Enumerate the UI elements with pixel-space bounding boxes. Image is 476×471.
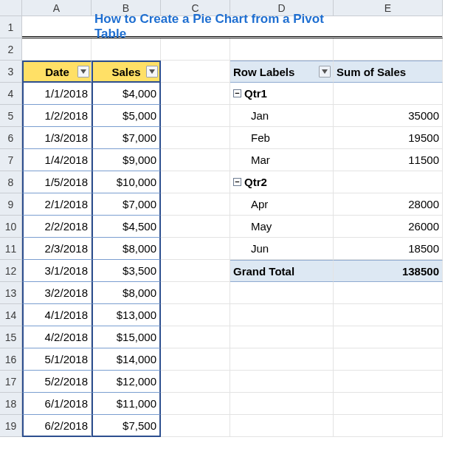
pivot-item-apr-value[interactable]: 28000 [334,193,443,216]
select-all-corner[interactable] [0,0,22,16]
pivot-item-jan-value[interactable]: 35000 [334,105,443,127]
cell-c11[interactable] [161,238,230,260]
cell-c5[interactable] [161,105,230,127]
row-header-3[interactable]: 3 [0,61,22,83]
cell-d17[interactable] [230,371,334,393]
cell-e19[interactable] [334,415,443,437]
row-header-13[interactable]: 13 [0,282,22,304]
row-header-18[interactable]: 18 [0,393,22,415]
pivot-item-feb-value[interactable]: 19500 [334,127,443,149]
pivot-item-may-value[interactable]: 26000 [334,216,443,238]
data-sales-14[interactable]: $11,000 [92,393,161,415]
row-header-4[interactable]: 4 [0,83,22,105]
pivot-row-labels-header[interactable]: Row Labels [230,61,334,83]
cell-c14[interactable] [161,304,230,326]
pivot-item-mar-value[interactable]: 11500 [334,149,443,171]
data-sales-11[interactable]: $15,000 [92,326,161,348]
cell-a2[interactable] [22,38,92,61]
row-header-11[interactable]: 11 [0,238,22,260]
cell-c2[interactable] [161,38,230,61]
cell-d16[interactable] [230,348,334,371]
cell-d14[interactable] [230,304,334,326]
row-header-17[interactable]: 17 [0,371,22,393]
cell-d18[interactable] [230,393,334,415]
data-date-5[interactable]: 2/1/2018 [22,193,92,216]
cell-b2[interactable] [92,38,161,61]
cell-e14[interactable] [334,304,443,326]
data-date-4[interactable]: 1/5/2018 [22,171,92,193]
data-date-8[interactable]: 3/1/2018 [22,260,92,282]
data-date-1[interactable]: 1/2/2018 [22,105,92,127]
filter-dropdown-sales[interactable] [146,66,158,78]
data-date-7[interactable]: 2/3/2018 [22,238,92,260]
data-sales-7[interactable]: $8,000 [92,238,161,260]
row-header-9[interactable]: 9 [0,193,22,216]
pivot-grand-total-value[interactable]: 138500 [334,260,443,282]
row-header-2[interactable]: 2 [0,38,22,61]
collapse-icon[interactable]: − [233,89,241,97]
cell-c19[interactable] [161,415,230,437]
row-header-16[interactable]: 16 [0,348,22,371]
pivot-group-0-value[interactable] [334,83,443,105]
cell-e16[interactable] [334,348,443,371]
table-header-date[interactable]: Date [22,61,92,83]
data-date-9[interactable]: 3/2/2018 [22,282,92,304]
data-sales-3[interactable]: $9,000 [92,149,161,171]
data-sales-10[interactable]: $13,000 [92,304,161,326]
cell-c10[interactable] [161,216,230,238]
cell-d15[interactable] [230,326,334,348]
data-sales-15[interactable]: $7,500 [92,415,161,437]
pivot-item-mar[interactable]: Mar [230,149,334,171]
row-header-6[interactable]: 6 [0,127,22,149]
data-date-0[interactable]: 1/1/2018 [22,83,92,105]
data-date-13[interactable]: 5/2/2018 [22,371,92,393]
col-header-e[interactable]: E [334,0,443,16]
data-sales-9[interactable]: $8,000 [92,282,161,304]
data-date-6[interactable]: 2/2/2018 [22,216,92,238]
pivot-item-jun[interactable]: Jun [230,238,334,260]
pivot-item-jun-value[interactable]: 18500 [334,238,443,260]
spreadsheet-grid[interactable]: A B C D E 1 How to Create a Pie Chart fr… [0,0,476,437]
data-date-12[interactable]: 5/1/2018 [22,348,92,371]
cell-c17[interactable] [161,371,230,393]
cell-c13[interactable] [161,282,230,304]
row-header-10[interactable]: 10 [0,216,22,238]
pivot-group-1[interactable]: − Qtr2 [230,171,334,193]
data-date-3[interactable]: 1/4/2018 [22,149,92,171]
data-date-15[interactable]: 6/2/2018 [22,415,92,437]
pivot-values-header[interactable]: Sum of Sales [334,61,443,83]
row-header-7[interactable]: 7 [0,149,22,171]
cell-e2[interactable] [334,38,443,61]
row-header-8[interactable]: 8 [0,171,22,193]
row-header-14[interactable]: 14 [0,304,22,326]
data-sales-4[interactable]: $10,000 [92,171,161,193]
pivot-group-0[interactable]: − Qtr1 [230,83,334,105]
data-sales-13[interactable]: $12,000 [92,371,161,393]
table-header-sales[interactable]: Sales [92,61,161,83]
data-sales-5[interactable]: $7,000 [92,193,161,216]
cell-c4[interactable] [161,83,230,105]
col-header-a[interactable]: A [22,0,92,16]
pivot-grand-total-label[interactable]: Grand Total [230,260,334,282]
pivot-item-apr[interactable]: Apr [230,193,334,216]
data-sales-8[interactable]: $3,500 [92,260,161,282]
pivot-item-may[interactable]: May [230,216,334,238]
cell-e15[interactable] [334,326,443,348]
data-sales-6[interactable]: $4,500 [92,216,161,238]
filter-dropdown-date[interactable] [77,66,89,78]
cell-c16[interactable] [161,348,230,371]
cell-c7[interactable] [161,149,230,171]
row-header-12[interactable]: 12 [0,260,22,282]
cell-c3[interactable] [161,61,230,83]
row-header-1[interactable]: 1 [0,16,22,38]
cell-e18[interactable] [334,393,443,415]
cell-c9[interactable] [161,193,230,216]
pivot-group-1-value[interactable] [334,171,443,193]
cell-e13[interactable] [334,282,443,304]
pivot-filter-dropdown[interactable] [319,66,331,78]
cell-d2[interactable] [230,38,334,61]
cell-c8[interactable] [161,171,230,193]
collapse-icon[interactable]: − [233,178,241,186]
data-sales-1[interactable]: $5,000 [92,105,161,127]
cell-c18[interactable] [161,393,230,415]
